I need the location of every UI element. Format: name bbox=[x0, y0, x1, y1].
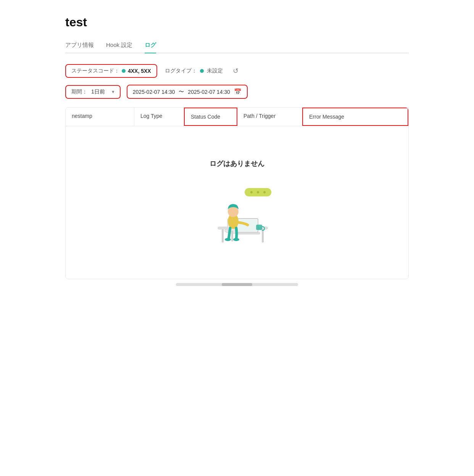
period-value: 1日前 bbox=[91, 88, 105, 95]
svg-point-16 bbox=[225, 238, 231, 241]
svg-rect-8 bbox=[235, 232, 260, 234]
scrollbar-track bbox=[176, 283, 298, 286]
table-header: nestamp Log Type Status Code Path / Trig… bbox=[66, 108, 408, 126]
chevron-down-icon: ▾ bbox=[112, 89, 114, 95]
calendar-icon: 📅 bbox=[234, 88, 242, 95]
svg-point-10 bbox=[228, 206, 239, 217]
filter-row-1: ステータスコード： 4XX, 5XX ログタイプ： 未設定 ↺ bbox=[65, 64, 409, 78]
reset-button[interactable]: ↺ bbox=[231, 65, 241, 77]
tab-bar: アプリ情報 Hook 設定 ログ bbox=[65, 42, 409, 53]
log-type-label: ログタイプ： bbox=[165, 68, 197, 74]
col-status-code: Status Code bbox=[184, 108, 237, 126]
svg-rect-1 bbox=[222, 229, 224, 243]
svg-point-13 bbox=[250, 191, 253, 193]
svg-rect-11 bbox=[256, 225, 262, 230]
tab-hook-settings[interactable]: Hook 設定 bbox=[106, 42, 132, 53]
date-from: 2025-02-07 14:30 bbox=[133, 89, 175, 95]
scrollbar-thumb bbox=[222, 283, 252, 286]
period-label: 期間： bbox=[71, 88, 87, 95]
date-to: 2025-02-07 14:30 bbox=[188, 89, 230, 95]
tilde: 〜 bbox=[179, 88, 184, 95]
filter-row-2: 期間： 1日前 ▾ 2025-02-07 14:30 〜 2025-02-07 … bbox=[65, 85, 409, 99]
svg-point-17 bbox=[233, 238, 239, 241]
table-body: ログはありません bbox=[66, 126, 408, 279]
svg-rect-2 bbox=[262, 229, 264, 243]
svg-point-15 bbox=[263, 191, 266, 193]
col-path-trigger: Path / Trigger bbox=[237, 108, 302, 126]
col-log-type: Log Type bbox=[134, 108, 184, 126]
log-type-value: 未設定 bbox=[207, 68, 223, 74]
page-container: test アプリ情報 Hook 設定 ログ ステータスコード： 4XX, 5XX… bbox=[50, 0, 424, 301]
col-error-message: Error Message bbox=[302, 108, 408, 126]
empty-message: ログはありません bbox=[210, 159, 264, 168]
tab-logs[interactable]: ログ bbox=[145, 42, 156, 53]
status-code-value: 4XX, 5XX bbox=[128, 68, 151, 74]
log-table: nestamp Log Type Status Code Path / Trig… bbox=[65, 107, 409, 279]
svg-point-14 bbox=[257, 191, 259, 193]
page-title: test bbox=[65, 15, 409, 29]
period-selector[interactable]: 期間： 1日前 ▾ bbox=[65, 85, 121, 99]
svg-rect-5 bbox=[231, 231, 233, 241]
empty-illustration bbox=[195, 177, 279, 246]
status-code-filter-label: ステータスコード： bbox=[71, 68, 119, 74]
col-timestamp: nestamp bbox=[66, 108, 134, 126]
log-type-filter[interactable]: ログタイプ： 未設定 bbox=[165, 68, 223, 74]
date-range-picker[interactable]: 2025-02-07 14:30 〜 2025-02-07 14:30 📅 bbox=[127, 85, 248, 99]
scrollbar[interactable] bbox=[65, 283, 409, 286]
tab-app-info[interactable]: アプリ情報 bbox=[65, 42, 94, 53]
status-code-filter[interactable]: ステータスコード： 4XX, 5XX bbox=[65, 64, 157, 78]
status-code-dot bbox=[122, 69, 126, 73]
log-type-dot bbox=[200, 69, 204, 73]
empty-state: ログはありません bbox=[195, 136, 279, 269]
